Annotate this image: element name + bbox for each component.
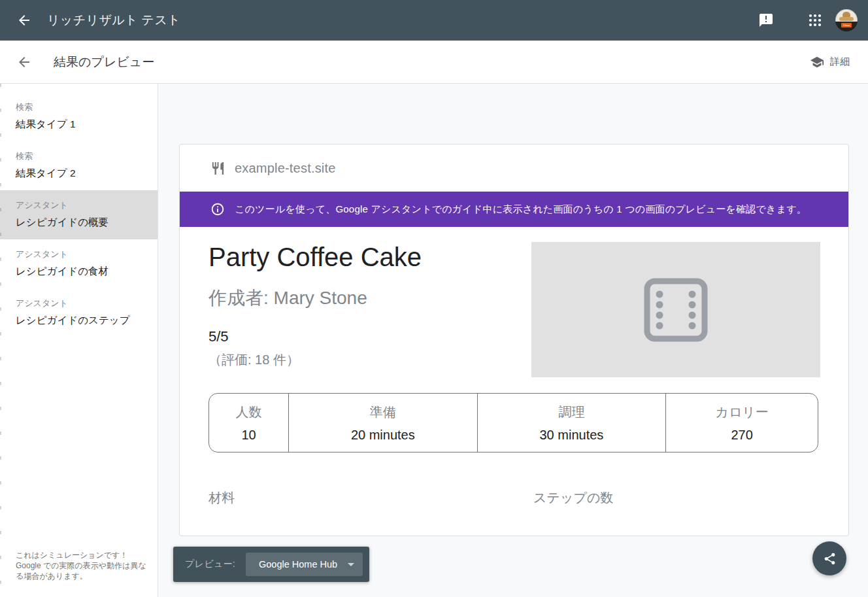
result-type-sidebar: 検索 結果タイプ 1 検索 結果タイプ 2 アシスタント レシピガイドの概要 ア…: [0, 84, 158, 597]
stat-calories: カロリー 270: [665, 394, 818, 452]
stat-cook-time: 調理 30 minutes: [477, 394, 666, 452]
info-banner: このツールを使って、Google アシスタントでのガイド中に表示された画面のうち…: [180, 192, 848, 227]
sidebar-item-category: アシスタント: [16, 248, 142, 260]
page-header: 結果のプレビュー 詳細: [0, 41, 868, 84]
device-select-value: Google Home Hub: [259, 559, 337, 570]
sidebar-item-result-type-2[interactable]: 検索 結果タイプ 2: [0, 141, 158, 190]
device-select[interactable]: Google Home Hub: [246, 553, 363, 576]
caret-down-icon: [348, 563, 354, 566]
info-icon: [210, 202, 225, 216]
avatar[interactable]: Chica: [835, 9, 858, 31]
sidebar-item-category: 検索: [16, 150, 142, 162]
app-bar: リッチリザルト テスト Chica: [0, 0, 868, 41]
avatar-badge: Chica: [841, 23, 852, 27]
avatar-art-glasses: [839, 17, 854, 21]
school-icon: [810, 55, 824, 69]
stat-value: 270: [731, 428, 752, 443]
left-edge-artifact: [0, 84, 1, 597]
apps-grid-icon[interactable]: [807, 12, 823, 28]
stat-value: 10: [241, 428, 256, 443]
stat-prep-time: 準備 20 minutes: [288, 394, 477, 452]
preview-area: example-test.site このツールを使って、Google アシスタン…: [158, 84, 868, 597]
stat-servings: 人数 10: [209, 394, 288, 452]
sidebar-item-recipe-steps[interactable]: アシスタント レシピガイドのステップ: [0, 288, 158, 337]
sidebar-item-label: 結果タイプ 2: [16, 167, 142, 180]
sidebar-item-recipe-ingredients[interactable]: アシスタント レシピガイドの食材: [0, 239, 158, 288]
preview-label: プレビュー:: [185, 558, 235, 570]
site-domain: example-test.site: [235, 161, 336, 176]
recipe-preview: Party Coffee Cake 作成者: Mary Stone 5/5 （評…: [180, 227, 848, 509]
details-button[interactable]: 詳細: [810, 41, 850, 83]
site-header: example-test.site: [180, 145, 848, 192]
share-fab[interactable]: [812, 541, 846, 575]
sidebar-item-label: 結果タイプ 1: [16, 118, 142, 131]
back-arrow-icon[interactable]: [16, 12, 32, 28]
app-title: リッチリザルト テスト: [47, 0, 180, 41]
sidebar-item-label: レシピガイドの概要: [16, 216, 142, 230]
back-arrow-icon[interactable]: [16, 54, 32, 70]
simulation-disclaimer: これはシミュレーションです！Google での実際の表示や動作は異なる場合があり…: [16, 550, 146, 581]
steps-count-label: ステップの数: [533, 489, 613, 507]
recipe-stats-table: 人数 10 準備 20 minutes 調理 30 minutes カロリー 2…: [209, 393, 818, 452]
recipe-section-headers: 材料 ステップの数: [209, 489, 818, 509]
share-icon: [823, 552, 837, 566]
details-label: 詳細: [830, 56, 850, 68]
stat-label: 人数: [236, 403, 262, 421]
recipe-author: 作成者: Mary Stone: [209, 287, 535, 309]
sidebar-item-category: アシスタント: [16, 298, 142, 309]
sidebar-item-recipe-overview[interactable]: アシスタント レシピガイドの概要: [0, 190, 158, 239]
sidebar-item-result-type-1[interactable]: 検索 結果タイプ 1: [0, 92, 158, 141]
stat-label: 調理: [558, 403, 584, 421]
preview-device-bar: プレビュー: Google Home Hub: [173, 547, 369, 582]
rich-results-test-screen: リッチリザルト テスト Chica 結果のプレビュー 詳細 検索 結果タイプ 1…: [0, 0, 868, 597]
page-title: 結果のプレビュー: [54, 41, 154, 83]
recipe-image-placeholder: [531, 242, 820, 377]
stat-value: 30 minutes: [540, 428, 604, 443]
feedback-icon[interactable]: [758, 12, 774, 28]
stat-label: 準備: [370, 403, 396, 421]
sidebar-item-label: レシピガイドのステップ: [16, 314, 142, 328]
sidebar-item-category: 検索: [16, 101, 142, 113]
recipe-title: Party Coffee Cake: [209, 241, 535, 273]
info-banner-message: このツールを使って、Google アシスタントでのガイド中に表示された画面のうち…: [235, 201, 807, 218]
stat-label: カロリー: [715, 403, 768, 421]
sidebar-item-label: レシピガイドの食材: [16, 265, 142, 279]
stat-value: 20 minutes: [351, 428, 415, 443]
restaurant-icon: [210, 161, 225, 176]
sidebar-item-category: アシスタント: [16, 199, 142, 211]
preview-card: example-test.site このツールを使って、Google アシスタン…: [179, 144, 849, 536]
ingredients-label: 材料: [209, 489, 235, 507]
media-placeholder-icon: [643, 277, 709, 343]
